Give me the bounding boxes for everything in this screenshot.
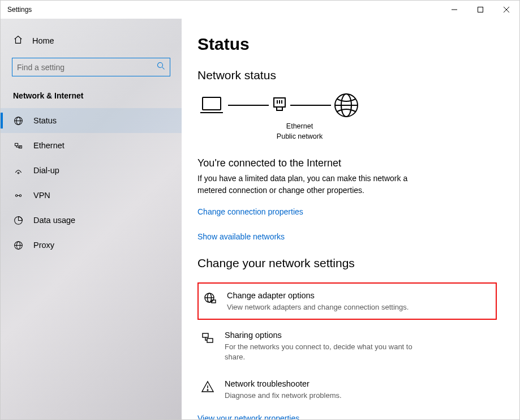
ethernet-device-icon [271,96,288,115]
proxy-icon [13,240,23,250]
sidebar-section-title: Network & Internet [1,87,182,108]
sidebar-item-vpn[interactable]: VPN [1,183,182,208]
adapter-icon [203,290,217,305]
sidebar-item-label: Status [33,116,57,125]
ethernet-icon [13,140,23,151]
dialup-icon [13,165,23,175]
sidebar-home[interactable]: Home [1,30,182,51]
link-view-network-properties[interactable]: View your network properties [197,414,299,420]
maximize-button[interactable] [467,1,493,19]
window-title: Settings [7,6,32,14]
internet-globe-icon [333,92,359,118]
sidebar-item-label: Data usage [33,216,75,225]
diagram-label: Ethernet [259,122,341,132]
option-change-adapter[interactable]: Change adapter options View network adap… [200,286,426,316]
diagram-line [228,105,269,106]
sidebar: Home Network & Internet Status Ethernet [1,19,182,420]
diagram-caption: Ethernet Public network [259,122,341,142]
svg-line-5 [162,67,165,70]
diagram-sublabel: Public network [259,132,341,142]
page-title: Status [197,35,497,54]
network-diagram [197,92,497,118]
sidebar-item-dialup[interactable]: Dial-up [1,158,182,183]
search-input[interactable] [17,63,157,72]
search-box[interactable] [12,58,170,76]
option-title: Sharing options [225,330,420,341]
sidebar-item-ethernet[interactable]: Ethernet [1,133,182,158]
svg-rect-1 [478,7,483,12]
vpn-icon [13,190,23,200]
sidebar-item-label: Proxy [33,241,54,250]
option-title: Change adapter options [227,290,409,301]
section-network-status: Network status [197,68,497,82]
option-desc: For the networks you connect to, decide … [225,342,420,362]
svg-rect-9 [15,143,18,145]
globe-icon [13,115,23,126]
svg-rect-19 [203,97,221,110]
home-icon [13,35,23,46]
svg-point-11 [18,172,19,174]
diagram-line [290,105,331,106]
connection-status-heading: You're connected to the Internet [197,157,497,169]
svg-rect-32 [207,338,213,342]
highlight-box: Change adapter options View network adap… [197,282,497,320]
link-change-connection-properties[interactable]: Change connection properties [197,207,303,216]
section-change-settings: Change your network settings [197,256,497,270]
close-button[interactable] [493,1,519,19]
svg-point-4 [158,63,163,68]
sidebar-item-proxy[interactable]: Proxy [1,233,182,258]
sidebar-home-label: Home [32,36,54,45]
sharing-icon [201,330,214,345]
title-bar: Settings [1,1,519,19]
warning-icon [201,379,214,393]
sidebar-item-status[interactable]: Status [1,108,182,133]
link-show-available-networks[interactable]: Show available networks [197,232,285,241]
laptop-icon [197,94,226,117]
svg-rect-31 [203,333,208,337]
content-panel: Status Network status Ethernet Public ne… [182,19,519,420]
sidebar-item-data-usage[interactable]: Data usage [1,208,182,233]
option-desc: View network adapters and change connect… [227,302,409,312]
svg-point-12 [15,194,17,196]
data-usage-icon [13,215,23,225]
minimize-button[interactable] [441,1,467,19]
sidebar-item-label: VPN [33,191,50,200]
option-troubleshooter[interactable]: Network troubleshooter Diagnose and fix … [197,374,424,405]
sidebar-item-label: Ethernet [33,141,65,150]
option-title: Network troubleshooter [225,379,342,389]
search-icon [157,62,165,72]
option-desc: Diagnose and fix network problems. [225,391,342,401]
svg-point-13 [19,194,21,196]
svg-point-34 [207,390,208,391]
sidebar-item-label: Dial-up [33,166,59,175]
connection-status-body: If you have a limited data plan, you can… [197,173,435,196]
option-sharing[interactable]: Sharing options For the networks you con… [197,325,424,366]
